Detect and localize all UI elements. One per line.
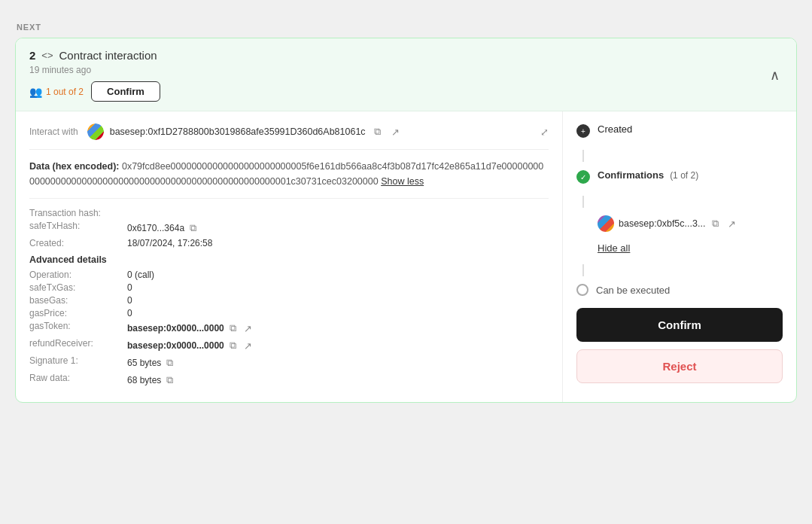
card-header-left: 2 <> Contract interaction 19 minutes ago…	[29, 49, 160, 102]
next-label: NEXT	[15, 23, 797, 32]
created-label: Created:	[29, 238, 127, 248]
collapse-button[interactable]: ∧	[767, 64, 783, 87]
data-section: Data (hex encoded): 0x79fcd8ee0000000000…	[29, 159, 549, 199]
timeline-line-3	[582, 264, 584, 276]
advanced-details-toggle[interactable]: Advanced details	[29, 254, 549, 265]
safetxgas-value: 0	[127, 282, 132, 293]
conf-addr-copy-button[interactable]: ⧉	[710, 216, 721, 231]
conf-addr-external-button[interactable]: ↗	[725, 217, 738, 231]
created-dot: +	[576, 124, 590, 138]
left-panel: Interact with basesep:0xf1D2788800b30198…	[16, 111, 563, 402]
tx-hash-label: Transaction hash:	[29, 208, 127, 218]
confirmations-count: (1 of 2)	[670, 170, 698, 181]
right-panel: + Created ✓ Confirmations (1 of 2)	[563, 111, 796, 402]
code-icon: <>	[41, 50, 53, 61]
interact-addr-name: basesep:	[110, 126, 148, 137]
refund-label: refundReceiver:	[29, 338, 127, 349]
can-execute-row: Can be executed	[576, 284, 783, 296]
operation-row: Operation: 0 (call)	[29, 270, 549, 280]
refund-copy-button[interactable]: ⧉	[227, 338, 239, 353]
interact-share-button[interactable]: ⤢	[540, 126, 549, 138]
gastoken-row: gasToken: basesep:0x0000...0000 ⧉ ↗	[29, 321, 549, 336]
confirm-action-button[interactable]: Confirm	[576, 308, 783, 342]
show-less-link[interactable]: Show less	[381, 176, 424, 187]
safe-tx-row: safeTxHash: 0x6170...364a ⧉	[29, 221, 549, 236]
confirmations-label: Confirmations	[598, 169, 664, 181]
interact-label: Interact with	[29, 126, 78, 137]
refund-addr: basesep:0x0000...0000	[127, 340, 224, 351]
gastoken-value: basesep:0x0000...0000 ⧉ ↗	[127, 321, 254, 336]
sig1-value: 65 bytes ⧉	[127, 355, 175, 370]
header-confirm-button[interactable]: Confirm	[91, 81, 160, 102]
main-card: 2 <> Contract interaction 19 minutes ago…	[15, 38, 797, 403]
basegas-label: baseGas:	[29, 295, 127, 306]
timeline-line-2	[582, 196, 584, 208]
refund-external-button[interactable]: ↗	[242, 339, 254, 353]
card-number: 2	[29, 49, 35, 62]
timeline-line-1	[582, 150, 584, 162]
refund-row: refundReceiver: basesep:0x0000...0000 ⧉ …	[29, 338, 549, 353]
sig1-row: Signature 1: 65 bytes ⧉	[29, 355, 549, 370]
sig1-label: Signature 1:	[29, 355, 127, 366]
created-timeline-item: + Created	[576, 123, 783, 138]
interact-external-button[interactable]: ↗	[389, 125, 402, 139]
can-execute-radio	[576, 284, 588, 296]
conf-address-row: basesep:0xbf5c...3... ⧉ ↗	[598, 215, 783, 232]
safetxgas-row: safeTxGas: 0	[29, 282, 549, 293]
gastoken-external-button[interactable]: ↗	[242, 321, 254, 336]
conf-addr-text: basesep:0xbf5c...3...	[619, 218, 705, 229]
header-title-row: 2 <> Contract interaction	[29, 49, 160, 62]
card-title: Contract interaction	[59, 49, 157, 62]
tx-hash-row: Transaction hash:	[29, 208, 549, 218]
interact-avatar	[87, 123, 104, 140]
rawdata-row: Raw data: 68 bytes ⧉	[29, 373, 549, 388]
confirmations-row: Confirmations (1 of 2)	[598, 169, 698, 181]
basegas-row: baseGas: 0	[29, 295, 549, 306]
confirmations-timeline-item: ✓ Confirmations (1 of 2)	[576, 169, 783, 184]
basegas-value: 0	[127, 295, 132, 306]
safe-tx-hash: 0x6170...364a	[127, 223, 184, 233]
interact-copy-button[interactable]: ⧉	[372, 124, 383, 139]
signers-badge: 👥 1 out of 2	[29, 86, 84, 98]
tx-details: Transaction hash: safeTxHash: 0x6170...3…	[29, 208, 549, 388]
gasprice-row: gasPrice: 0	[29, 308, 549, 318]
interact-addr-value: 0xf1D2788800b3019868afe35991D360d6Ab8106…	[147, 126, 365, 137]
hide-all-link[interactable]: Hide all	[598, 242, 783, 254]
reject-action-button[interactable]: Reject	[576, 349, 783, 383]
operation-label: Operation:	[29, 270, 127, 280]
safetxgas-label: safeTxGas:	[29, 282, 127, 293]
data-label: Data (hex encoded):	[29, 161, 119, 172]
gastoken-copy-button[interactable]: ⧉	[227, 321, 239, 336]
gastoken-label: gasToken:	[29, 321, 127, 331]
gastoken-addr: basesep:0x0000...0000	[127, 323, 224, 334]
created-timeline-label: Created	[598, 123, 632, 135]
created-row: Created: 18/07/2024, 17:26:58	[29, 238, 549, 248]
signers-icon: 👥	[29, 86, 42, 98]
interact-row: Interact with basesep:0xf1D2788800b30198…	[29, 123, 549, 150]
gasprice-label: gasPrice:	[29, 308, 127, 318]
rawdata-copy-button[interactable]: ⧉	[164, 373, 175, 388]
refund-value: basesep:0x0000...0000 ⧉ ↗	[127, 338, 254, 353]
operation-value: 0 (call)	[127, 270, 154, 280]
can-execute-label: Can be executed	[596, 285, 670, 296]
card-header: 2 <> Contract interaction 19 minutes ago…	[16, 38, 796, 111]
conf-avatar	[598, 215, 614, 232]
created-value: 18/07/2024, 17:26:58	[127, 238, 212, 248]
safe-tx-value: 0x6170...364a ⧉	[127, 221, 199, 236]
sig1-copy-button[interactable]: ⧉	[164, 355, 175, 370]
signers-label: 1 out of 2	[46, 87, 84, 97]
safe-tx-copy-button[interactable]: ⧉	[187, 221, 199, 236]
safe-tx-label: safeTxHash:	[29, 221, 127, 231]
rawdata-value: 68 bytes ⧉	[127, 373, 175, 388]
rawdata-label: Raw data:	[29, 373, 127, 383]
card-time: 19 minutes ago	[29, 65, 160, 75]
interact-address: basesep:0xf1D2788800b3019868afe35991D360…	[110, 126, 366, 137]
confirm-row: 👥 1 out of 2 Confirm	[29, 81, 160, 102]
page-wrapper: NEXT 2 <> Contract interaction 19 minute…	[15, 15, 797, 410]
card-body: Interact with basesep:0xf1D2788800b30198…	[16, 111, 796, 402]
gasprice-value: 0	[127, 308, 132, 318]
confirmations-dot: ✓	[576, 170, 590, 184]
